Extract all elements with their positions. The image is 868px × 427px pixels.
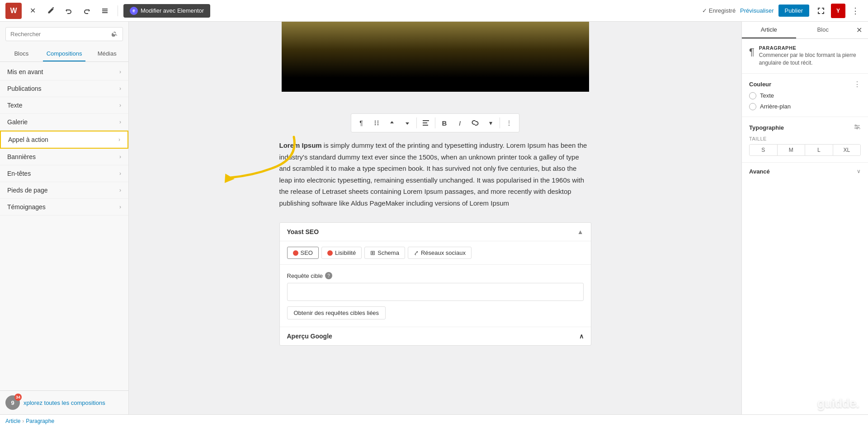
separator [435, 117, 435, 128]
link-dropdown-button[interactable]: ▾ [483, 116, 498, 130]
redo-button[interactable] [80, 4, 94, 18]
couleur-more-button[interactable]: ⋮ [854, 80, 861, 89]
align-button[interactable] [419, 116, 433, 130]
yoast-tab-reseaux[interactable]: ⤤ Réseaux sociaux [408, 247, 472, 259]
yoast-tab-lisibilite[interactable]: Lisibilité [321, 247, 362, 259]
sidebar-item-mis-en-avant[interactable]: Mis en avant › [0, 64, 128, 80]
right-tab-bloc[interactable]: Bloc [796, 22, 850, 38]
taille-xl[interactable]: XL [833, 145, 861, 155]
paragraph-icon-button[interactable]: ¶ [354, 116, 368, 130]
yoast-section: Yoast SEO ▲ SEO Lisibilité ⊞ Schema [279, 222, 591, 346]
sidebar-item-texte[interactable]: Texte › [0, 97, 128, 114]
list-button[interactable] [98, 4, 112, 18]
search-box[interactable] [5, 27, 123, 41]
topbar: W ✕ e Modifier avec Elementor ✓ Enregist… [0, 0, 868, 22]
tune-icon [854, 123, 861, 132]
share-icon: ⤤ [414, 249, 419, 256]
sidebar-item-temoignages[interactable]: Témoignages › [0, 199, 128, 216]
svg-rect-11 [423, 122, 427, 123]
right-tab-article[interactable]: Article [742, 22, 796, 38]
publish-button[interactable]: Publier [778, 5, 809, 17]
preview-button[interactable]: Prévisualiser [740, 7, 774, 14]
sidebar-item-en-tetes[interactable]: En-têtes › [0, 165, 128, 182]
requetes-cibles-button[interactable]: Obtenir des requêtes cibles liées [287, 306, 386, 319]
tab-compositions[interactable]: Compositions [43, 47, 86, 61]
yoast-title: Yoast SEO [287, 228, 319, 235]
svg-rect-12 [423, 125, 428, 126]
sidebar-item-bannieres[interactable]: Bannières › [0, 149, 128, 165]
taille-l[interactable]: L [805, 145, 833, 155]
color-radio-group: Texte Arrière-plan [749, 92, 861, 110]
content-area: ¶ B I [129, 22, 741, 414]
avance-section[interactable]: Avancé ∨ [742, 163, 868, 180]
sidebar-item-pieds-de-page[interactable]: Pieds de page › [0, 182, 128, 199]
apercu-chevron-icon: ∧ [579, 333, 584, 340]
move-down-button[interactable] [400, 116, 415, 130]
radio-texte[interactable] [749, 92, 756, 99]
search-input[interactable] [10, 31, 109, 38]
tab-medias[interactable]: Médias [85, 47, 128, 61]
taille-s[interactable]: S [750, 145, 778, 155]
yoast-button[interactable]: Y [831, 4, 845, 18]
taille-m[interactable]: M [778, 145, 806, 155]
sidebar-item-galerie[interactable]: Galerie › [0, 114, 128, 131]
elementor-button[interactable]: e Modifier avec Elementor [123, 4, 210, 18]
color-option-arriere-plan[interactable]: Arrière-plan [749, 103, 861, 110]
yoast-header[interactable]: Yoast SEO ▲ [280, 223, 591, 241]
yoast-collapse-icon: ▲ [577, 228, 584, 235]
tab-blocs[interactable]: Blocs [0, 47, 43, 61]
chevron-right-icon: › [118, 136, 120, 143]
breadcrumb-paragraphe[interactable]: Paragraphe [26, 418, 54, 424]
explore-compositions-button[interactable]: xplorez toutes les compositions [24, 399, 123, 406]
svg-point-6 [375, 122, 376, 123]
move-up-button[interactable] [385, 116, 399, 130]
sidebar-item-appel-action[interactable]: Appel à action › [0, 131, 128, 149]
search-icon [112, 30, 118, 38]
pen-button[interactable] [43, 4, 58, 18]
right-panel-tabs: Article Bloc ✕ [742, 22, 868, 39]
yoast-tab-seo[interactable]: SEO [287, 247, 319, 259]
sidebar-tabs: Blocs Compositions Médias [0, 47, 128, 62]
close-button[interactable]: ✕ [25, 4, 40, 18]
topbar-right-icons: Y ⋮ [814, 4, 863, 18]
drag-handle-button[interactable] [369, 116, 384, 130]
svg-point-7 [377, 122, 378, 123]
typographie-title: Typographie [749, 124, 784, 131]
svg-point-5 [377, 121, 378, 122]
undo-button[interactable] [61, 4, 76, 18]
more-options-button[interactable]: ⋮ [848, 4, 863, 18]
elementor-button-label: Modifier avec Elementor [141, 7, 204, 14]
sidebar-item-publications[interactable]: Publications › [0, 80, 128, 97]
block-info-section: ¶ Paragraphe Commencer par le bloc forma… [742, 39, 868, 74]
svg-rect-2 [102, 12, 108, 13]
couleur-title: Couleur [749, 81, 771, 88]
svg-rect-0 [102, 9, 108, 9]
chevron-right-icon: › [119, 154, 121, 160]
taille-label: TAILLE [749, 136, 861, 141]
bold-button[interactable]: B [437, 116, 452, 130]
requete-cible-input[interactable] [287, 283, 584, 301]
chevron-right-icon: › [119, 85, 121, 92]
wp-logo: W [5, 3, 22, 19]
yoast-tab-schema[interactable]: ⊞ Schema [364, 247, 405, 259]
italic-button[interactable]: I [453, 116, 467, 130]
topbar-right: ✓ Enregistré Prévisualiser Publier Y ⋮ [702, 4, 863, 18]
apercu-header[interactable]: Aperçu Google ∧ [287, 333, 584, 340]
sidebar: Blocs Compositions Médias Mis en avant ›… [0, 22, 129, 414]
main-layout: Blocs Compositions Médias Mis en avant ›… [0, 22, 868, 414]
link-button[interactable] [468, 116, 482, 130]
breadcrumb-sep: › [22, 418, 24, 424]
breadcrumb-article[interactable]: Article [5, 418, 20, 424]
fullscreen-button[interactable] [814, 4, 828, 18]
right-panel-close-button[interactable]: ✕ [850, 22, 868, 38]
lisibilite-dot-icon [327, 250, 333, 256]
yoast-content: Requête cible ? Obtenir des requêtes cib… [280, 265, 591, 327]
color-option-texte[interactable]: Texte [749, 92, 861, 99]
paragraph-block[interactable]: Lorem Ipsum is simply dummy text of the … [279, 140, 591, 209]
block-type-title: Paragraphe [759, 45, 861, 51]
saved-status: ✓ Enregistré [702, 7, 736, 14]
radio-arriere-plan[interactable] [749, 103, 756, 110]
more-options-button[interactable]: ⋮ [502, 116, 516, 130]
chevron-right-icon: › [119, 187, 121, 193]
paragraph-bold: Lorem Ipsum [279, 141, 322, 149]
